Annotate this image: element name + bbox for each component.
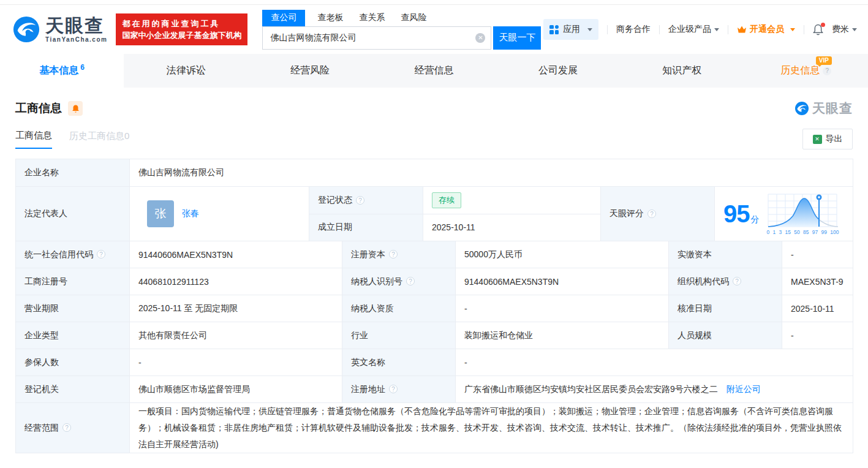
nav-business-coop[interactable]: 商务合作 [616,24,651,35]
reg-capital-label: 注册资本? [342,241,456,268]
company-name-label: 企业名称 [16,159,130,187]
info-icon[interactable]: ? [389,385,398,393]
tab-company-development[interactable]: 公司发展 [496,54,620,88]
tab-legal-proceedings[interactable]: 法律诉讼 [124,54,247,88]
insured-count-value: - [130,349,342,376]
legal-rep-avatar[interactable]: 张 [147,200,174,227]
nav-open-vip[interactable]: 开通会员 [737,24,795,35]
info-icon[interactable]: ? [733,277,741,285]
tab-label: 基本信息 [39,64,78,77]
credit-code-value: 91440606MAEX5N3T9N [130,241,342,268]
chevron-down-icon [587,28,592,31]
tab-business-info[interactable]: 经营信息 [372,54,496,88]
establish-date-label: 成立日期 [309,214,423,241]
excel-icon: ✕ [813,135,822,144]
search-input[interactable] [262,26,491,50]
legal-rep-cell: 张 张春 [138,187,309,241]
establish-date-value: 2025-10-11 [423,214,601,241]
section-title: 工商信息 [15,100,62,116]
search-tab-company[interactable]: 查公司 [262,10,305,26]
industry-value: 装卸搬运和仓储业 [456,322,669,349]
reg-authority-value: 佛山市顺德区市场监督管理局 [130,376,342,403]
tab-operational-risk[interactable]: 经营风险 [248,54,372,88]
info-icon[interactable]: ? [62,423,71,432]
apps-grid-icon [549,25,559,34]
tianyancha-logo-icon [12,15,40,43]
nav-enterprise-products[interactable]: 企业级产品 [668,24,719,35]
reg-capital-value: 50000万人民币 [456,241,669,268]
tab-history-info[interactable]: VIP 历史信息 ? [744,54,868,88]
tab-intellectual-property[interactable]: 知识产权 [620,54,744,88]
org-code-label: 组织机构代码? [669,268,782,295]
legal-rep-link[interactable]: 张春 [182,208,199,219]
watermark-logo-icon [794,101,809,116]
business-term-label: 营业期限 [16,295,130,322]
subtab-business-info[interactable]: 工商信息 [15,130,52,149]
company-name-value: 佛山吉网物流有限公司 [130,159,853,187]
info-icon[interactable]: ? [647,209,656,218]
notification-bell-icon[interactable] [813,24,823,36]
table-row: 登记机关 佛山市顺德区市场监督管理局 注册地址? 广东省佛山市顺德区均安镇均安社… [16,376,853,403]
score-cell: 95分 [715,187,844,241]
table-row: 企业名称 佛山吉网物流有限公司 [16,159,853,187]
org-code-value: MAEX5N3T-9 [782,268,853,295]
tab-basic-info[interactable]: 基本信息 6 [0,54,124,88]
search-button[interactable]: 天眼一下 [493,26,541,50]
tianyancha-logo[interactable]: 天眼查 TianYanCha.com [12,15,107,43]
table-row: 经营范围? 一般项目：国内货物运输代理；供应链管理服务；普通货物仓储服务（不含危… [16,403,853,453]
info-icon[interactable]: ? [389,250,398,259]
business-term-value: 2025-10-11 至 无固定期限 [130,295,342,322]
tab-label: 公司发展 [538,64,578,77]
search-tabs: 查公司 查老板 查关系 查风险 [262,10,541,26]
monitor-bell-icon[interactable] [68,101,83,116]
reg-number-value: 440681012911123 [130,268,342,295]
tab-label: 知识产权 [662,64,701,77]
paid-capital-value: - [782,241,853,268]
header-nav: 应用 商务合作 企业级产品 开通会员 费米 [543,19,857,40]
score-label: 天眼评分? [601,187,715,241]
score-tick: 100 [830,229,839,235]
approval-date-value: 2025-10-11 [782,295,853,322]
table-row: 工商注册号 440681012911123 纳税人识别号? 91440606MA… [16,268,853,295]
reg-status-value: 存续 [423,187,601,214]
tab-label: 经营风险 [290,64,330,77]
info-icon[interactable]: ? [406,277,415,285]
export-button[interactable]: ✕ 导出 [802,129,853,149]
reg-address-label: 注册地址? [342,376,456,403]
divider [607,25,608,34]
divider [659,25,660,34]
clear-search-icon[interactable]: ✕ [475,33,485,43]
paid-capital-label: 实缴资本 [669,241,782,268]
score-number: 95分 [723,200,760,228]
crown-icon [737,25,747,34]
search-tab-boss[interactable]: 查老板 [317,12,343,23]
search-tab-risk[interactable]: 查风险 [401,12,426,23]
insured-count-label: 参保人数 [16,349,130,376]
apps-menu[interactable]: 应用 [543,19,598,40]
chevron-down-icon [714,28,719,31]
reg-authority-label: 登记机关 [16,376,130,403]
score-tick: 15 [785,229,791,235]
reg-number-label: 工商注册号 [16,268,130,295]
watermark-text: 天眼查 [812,100,853,117]
info-icon[interactable]: ? [97,250,105,259]
score-tick: 3 [779,229,782,235]
business-scope-value: 一般项目：国内货物运输代理；供应链管理服务；普通货物仓储服务（不含危险化学品等需… [130,403,853,453]
content: 工商信息 天眼查 工商信息 历史工商信息0 ✕ 导出 企业名称 [0,100,868,453]
legal-rep-label: 法定代表人 [16,187,130,241]
nearby-companies-link[interactable]: 附近公司 [726,384,761,394]
taxpayer-id-label: 纳税人识别号? [342,268,456,295]
divider [804,25,804,34]
apps-label: 应用 [563,24,580,35]
reg-address-cell: 广东省佛山市顺德区均安镇均安社区居民委员会宏安路9号六楼之二 附近公司 [456,376,853,403]
enterprise-label: 企业级产品 [668,24,711,35]
main-tab-bar: 基本信息 6 法律诉讼 经营风险 经营信息 公司发展 知识产权 VIP 历史信息… [0,54,868,88]
info-icon[interactable]: ? [356,196,364,205]
brand-name: 天眼查 [45,17,107,35]
search-tab-relation[interactable]: 查关系 [359,12,385,23]
chevron-down-icon [790,28,795,31]
user-menu[interactable]: 费米 [832,24,857,35]
english-name-value: - [456,349,853,376]
top-divider [0,0,868,5]
subtab-history-business-info[interactable]: 历史工商信息0 [69,130,129,148]
